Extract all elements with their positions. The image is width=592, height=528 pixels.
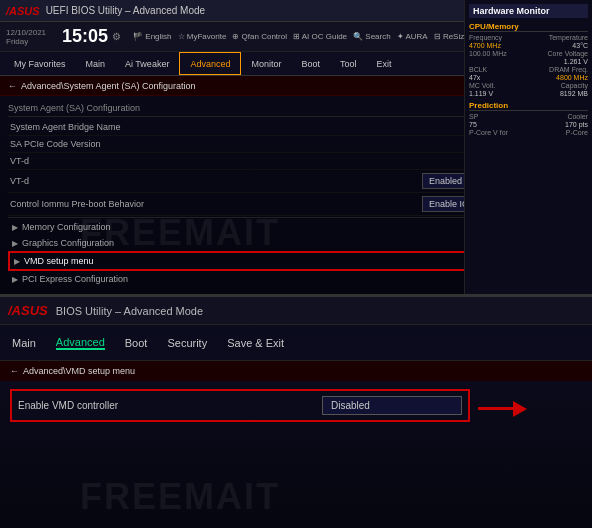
triangle-icon-vmd: ▶ [14,257,20,266]
tab-my-favorites[interactable]: My Favorites [4,52,76,75]
hw-label-bclk: BCLK [469,66,487,73]
tab-monitor[interactable]: Monitor [241,52,291,75]
menu-label-pci: PCI Express Configuration [22,274,128,284]
quick-icon-search[interactable]: 🔍 Search [353,32,391,41]
hw-section-prediction: Prediction [469,101,588,111]
label-iommu: Control Iommu Pre-boot Behavior [10,199,422,209]
menu-vmd-setup[interactable]: ▶ VMD setup menu [8,251,534,271]
tab-ai-tweaker[interactable]: Ai Tweaker [115,52,179,75]
hw-group-prediction: SP Cooler 75 170 pts P-Core V for P-Core [469,113,588,136]
breadcrumb: Advanced\System Agent (SA) Configuration [21,81,196,91]
hw-label-mc-volt: MC Volt. [469,82,495,89]
bottom-tab-security[interactable]: Security [167,337,207,349]
label-enable-vmd: Enable VMD controller [18,400,322,411]
hw-label-dram: DRAM Freq. [549,66,588,73]
date-text: 12/10/2021 [6,28,46,37]
label-bridge-name: System Agent Bridge Name [10,122,442,132]
hw-label-pcore-v: P-Core V for [469,129,508,136]
hw-row-freq: Frequency Temperature [469,34,588,41]
hw-row-core-v-val: 1.261 V [469,58,588,65]
label-vtd-supported: VT-d [10,156,442,166]
bottom-nav: Main Advanced Boot Security Save & Exit [0,325,592,361]
hw-label-temp: Temperature [549,34,588,41]
time-display: 15:05 [62,26,108,47]
hw-val-freq: 4700 MHz [469,42,501,49]
hw-section-cpu: CPU/Memory [469,22,588,32]
bottom-content: Enable VMD controller Disabled [0,381,592,436]
triangle-icon: ▶ [12,223,18,232]
hw-label-capacity: Capacity [561,82,588,89]
label-pcie-version: SA PCIe Code Version [10,139,442,149]
tab-tool[interactable]: Tool [330,52,367,75]
triangle-icon-pci: ▶ [12,275,18,284]
watermark-bottom: FREEMAIT [80,476,280,518]
hw-label-freq: Frequency [469,34,502,41]
hw-row-mc-volt: MC Volt. Capacity [469,82,588,89]
quick-icon-english[interactable]: 🏴 English [133,32,171,41]
bottom-header: /ASUS BIOS Utility – Advanced Mode [0,297,592,325]
hw-val-dram: 4800 MHz [556,74,588,81]
hw-val-mc-volt: 1.119 V [469,90,493,97]
bottom-tab-save-exit[interactable]: Save & Exit [227,337,284,349]
arrow-line-bottom [478,407,513,410]
breadcrumb-back-icon[interactable]: ← [8,81,17,91]
hw-val-core-v: 1.261 V [564,58,588,65]
asus-logo: /ASUS [6,5,40,17]
hw-row-sp-val: 75 170 pts [469,121,588,128]
menu-label-memory: Memory Configuration [22,222,111,232]
hw-row-freq-val: 4700 MHz 43°C [469,42,588,49]
hw-val-bclk-mult: 47x [469,74,480,81]
hw-row-bclk: 100.00 MHz Core Voltage [469,50,588,57]
hw-row-pcore: P-Core V for P-Core [469,129,588,136]
vmd-controller-arrow [478,401,527,417]
menu-label-vmd: VMD setup menu [24,256,94,266]
bottom-back-icon[interactable]: ← [10,366,19,376]
settings-icon[interactable]: ⚙ [112,31,121,42]
triangle-icon-graphics: ▶ [12,239,18,248]
menu-label-graphics: Graphics Configuration [22,238,114,248]
quick-icon-myfavorite[interactable]: ☆ MyFavorite [178,32,227,41]
bottom-breadcrumb-text: Advanced\VMD setup menu [23,366,135,376]
hw-monitor-title: Hardware Monitor [469,4,588,18]
hw-group-cpu: Frequency Temperature 4700 MHz 43°C 100.… [469,34,588,97]
dropdown-vmd-controller[interactable]: Disabled [322,396,462,415]
bottom-title: BIOS Utility – Advanced Mode [56,305,203,317]
tab-advanced[interactable]: Advanced [179,52,241,75]
hw-row-bclk-label: BCLK DRAM Freq. [469,66,588,73]
quick-icon-aura[interactable]: ✦ AURA [397,32,428,41]
bottom-tab-boot[interactable]: Boot [125,337,148,349]
hw-val-capacity: 8192 MB [560,90,588,97]
bottom-asus-logo: /ASUS [8,303,48,318]
hw-label-cooler: Cooler [567,113,588,120]
hw-row-sp: SP Cooler [469,113,588,120]
hw-val-sp: 75 [469,121,477,128]
tab-boot[interactable]: Boot [291,52,330,75]
hw-row-mc-volt-val: 1.119 V 8192 MB [469,90,588,97]
hw-label-core-v: Core Voltage [548,50,588,57]
tab-main[interactable]: Main [76,52,116,75]
hw-val-temp: 43°C [572,42,588,49]
top-panel: /ASUS UEFI BIOS Utility – Advanced Mode … [0,0,592,294]
hw-row-bclk-val: 47x 4800 MHz [469,74,588,81]
bottom-breadcrumb: ← Advanced\VMD setup menu [0,361,592,381]
vmd-controller-row-wrapper: Enable VMD controller Disabled [10,389,582,428]
hw-label-sp: SP [469,113,478,120]
bottom-tab-main[interactable]: Main [12,337,36,349]
day-text: Friday [6,37,46,46]
hw-label-pcore: P-Core [566,129,588,136]
hw-val-cooler: 170 pts [565,121,588,128]
tab-exit[interactable]: Exit [366,52,401,75]
top-content-wrapper: System Agent (SA) Configuration System A… [0,96,592,294]
quick-icon-aioc[interactable]: ⊞ AI OC Guide [293,32,347,41]
quick-icon-qfan[interactable]: ⊕ Qfan Control [232,32,287,41]
hardware-monitor: Hardware Monitor CPU/Memory Frequency Te… [464,0,592,294]
bottom-panel: /ASUS BIOS Utility – Advanced Mode Main … [0,294,592,528]
bottom-tab-advanced[interactable]: Advanced [56,336,105,350]
label-vtd-enabled: VT-d [10,176,422,186]
arrow-right-bottom [513,401,527,417]
vmd-controller-row: Enable VMD controller Disabled [10,389,470,422]
header-title: UEFI BIOS Utility – Advanced Mode [46,5,206,16]
hw-label-bclk-freq: 100.00 MHz [469,50,507,57]
